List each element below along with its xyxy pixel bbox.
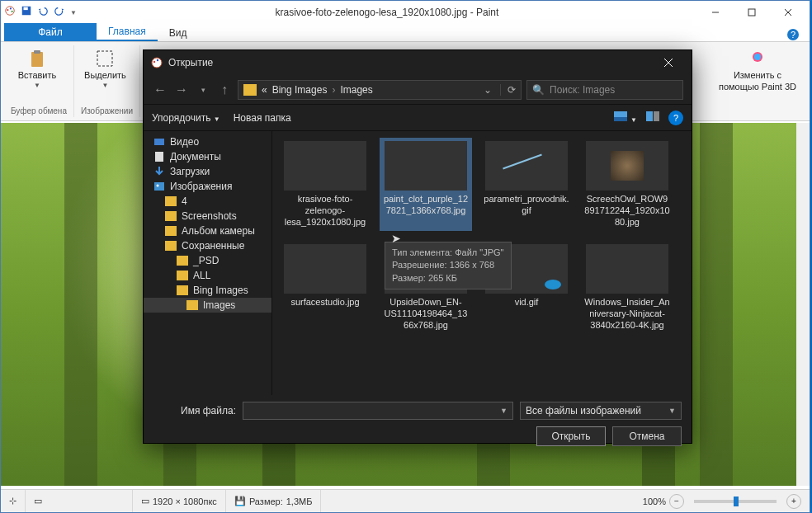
selection-size: ▭: [26, 490, 133, 512]
file-item-selected[interactable]: paint_clot_purple_127821_1366x768.jpg: [380, 138, 472, 231]
minimize-button[interactable]: [697, 1, 734, 24]
tree-item[interactable]: Сохраненные: [144, 238, 271, 253]
paste-button[interactable]: Вставить ▼: [15, 47, 60, 91]
filename-input[interactable]: ▼: [243, 402, 513, 420]
new-folder-button[interactable]: Новая папка: [234, 112, 291, 124]
thumbnail: [485, 141, 568, 191]
chevron-down-icon: ▼: [102, 82, 109, 89]
thumbnail: [385, 141, 467, 191]
svg-rect-5: [24, 7, 28, 11]
svg-rect-28: [646, 111, 653, 121]
file-filter-dropdown[interactable]: Все файлы изображений▼: [520, 402, 682, 420]
tree-item-pictures[interactable]: Изображения: [144, 179, 271, 194]
zoom-out-button[interactable]: −: [669, 494, 684, 509]
svg-point-2: [10, 7, 12, 9]
cancel-button[interactable]: Отмена: [612, 426, 682, 446]
save-icon[interactable]: [21, 5, 32, 20]
view-mode-button[interactable]: ▼: [613, 111, 637, 125]
cursor-icon: ➤: [391, 232, 401, 245]
dialog-close-button[interactable]: [652, 50, 685, 75]
refresh-button[interactable]: ⟳: [500, 84, 516, 96]
address-dropdown[interactable]: ⌄: [480, 84, 495, 96]
svg-rect-13: [34, 50, 40, 54]
svg-rect-29: [654, 111, 659, 121]
group-clipboard-label: Буфер обмена: [11, 106, 67, 115]
ribbon-help-icon[interactable]: ?: [786, 28, 800, 44]
help-button[interactable]: ?: [668, 111, 683, 125]
folder-tree: Видео Документы Загрузки Изображения 4 S…: [144, 131, 272, 395]
tree-item[interactable]: Bing Images: [144, 283, 271, 298]
nav-back-button[interactable]: ←: [152, 82, 168, 98]
file-item[interactable]: Windows_Insider_Anniversary-Ninjacat-384…: [581, 241, 673, 334]
vertical-scrollbar[interactable]: [796, 123, 810, 486]
file-open-dialog: Открытие ← → ▾ ↑ « Bing Images › Images …: [143, 49, 692, 444]
search-input[interactable]: 🔍 Поиск: Images: [526, 80, 683, 100]
nav-forward-button[interactable]: →: [173, 82, 190, 98]
close-button[interactable]: [770, 1, 806, 24]
chevron-down-icon: ▼: [34, 82, 40, 89]
svg-point-20: [754, 54, 761, 60]
tab-view[interactable]: Вид: [158, 25, 199, 41]
zoom-level: 100%: [643, 497, 666, 506]
open-button[interactable]: Открыть: [536, 426, 606, 446]
tree-item-video[interactable]: Видео: [144, 134, 271, 149]
preview-pane-button[interactable]: [645, 111, 660, 125]
tab-home[interactable]: Главная: [97, 23, 158, 41]
zoom-in-button[interactable]: +: [786, 494, 801, 509]
tooltip: Тип элемента: Файл "JPG" Разрешение: 136…: [385, 242, 512, 289]
ribbon-tabs: Файл Главная Вид: [1, 24, 810, 42]
zoom-slider[interactable]: [694, 500, 777, 503]
tree-item-documents[interactable]: Документы: [144, 149, 271, 164]
file-item[interactable]: parametri_provodnik.gif: [480, 138, 573, 231]
tree-item[interactable]: Альбом камеры: [144, 224, 271, 238]
svg-point-33: [157, 185, 159, 187]
file-item[interactable]: surfacestudio.jpg: [279, 241, 371, 334]
thumbnail: [586, 141, 668, 191]
svg-rect-30: [154, 139, 164, 145]
thumbnail: [586, 244, 668, 294]
paint-app-icon: [4, 5, 16, 20]
thumbnail: [284, 141, 366, 191]
svg-point-21: [152, 58, 162, 68]
address-bar[interactable]: « Bing Images › Images ⌄ ⟳: [238, 80, 522, 100]
svg-point-23: [157, 59, 158, 61]
qat-dropdown-icon[interactable]: ▼: [70, 9, 77, 16]
undo-icon[interactable]: [37, 5, 49, 20]
svg-rect-18: [97, 51, 112, 66]
tab-file[interactable]: Файл: [4, 23, 97, 41]
nav-history-button[interactable]: ▾: [195, 82, 211, 98]
tree-item[interactable]: Screenshots: [144, 209, 271, 224]
edit-paint3d-button[interactable]: Изменить с помощью Paint 3D: [715, 47, 800, 93]
file-item[interactable]: ScreechOwl_ROW9891712244_1920x1080.jpg: [581, 138, 673, 231]
svg-point-22: [153, 61, 155, 63]
nav-up-button[interactable]: ↑: [216, 82, 233, 98]
tree-item-current[interactable]: Images: [144, 298, 271, 313]
svg-point-0: [6, 7, 15, 16]
cursor-pos: ⊹: [1, 490, 26, 512]
file-item[interactable]: krasivoe-foto-zelenogo-lesa_1920x1080.jp…: [279, 138, 371, 231]
svg-rect-12: [31, 52, 43, 67]
select-button[interactable]: Выделить ▼: [81, 47, 130, 91]
group-image-label: Изображении: [81, 106, 133, 115]
svg-rect-31: [155, 152, 163, 162]
tree-item[interactable]: ALL: [144, 268, 271, 283]
svg-point-1: [7, 9, 8, 11]
organize-button[interactable]: Упорядочить ▼: [152, 112, 220, 124]
redo-icon[interactable]: [54, 5, 65, 20]
tree-item-downloads[interactable]: Загрузки: [144, 164, 271, 179]
folder-icon: [243, 84, 257, 96]
search-icon: 🔍: [532, 84, 545, 96]
tree-item[interactable]: 4: [144, 194, 271, 209]
svg-rect-27: [614, 117, 627, 121]
window-title: krasivoe-foto-zelenogo-lesa_1920x1080.jp…: [77, 7, 697, 18]
dialog-title: Открытие: [168, 57, 652, 68]
filename-label: Имя файла:: [153, 405, 236, 417]
svg-rect-7: [748, 9, 755, 16]
maximize-button[interactable]: [734, 1, 770, 24]
svg-text:?: ?: [791, 30, 795, 40]
svg-rect-32: [154, 182, 164, 191]
breadcrumb[interactable]: Images: [340, 84, 372, 96]
breadcrumb[interactable]: Bing Images: [272, 84, 328, 96]
svg-point-3: [12, 11, 13, 12]
tree-item[interactable]: _PSD: [144, 253, 271, 268]
